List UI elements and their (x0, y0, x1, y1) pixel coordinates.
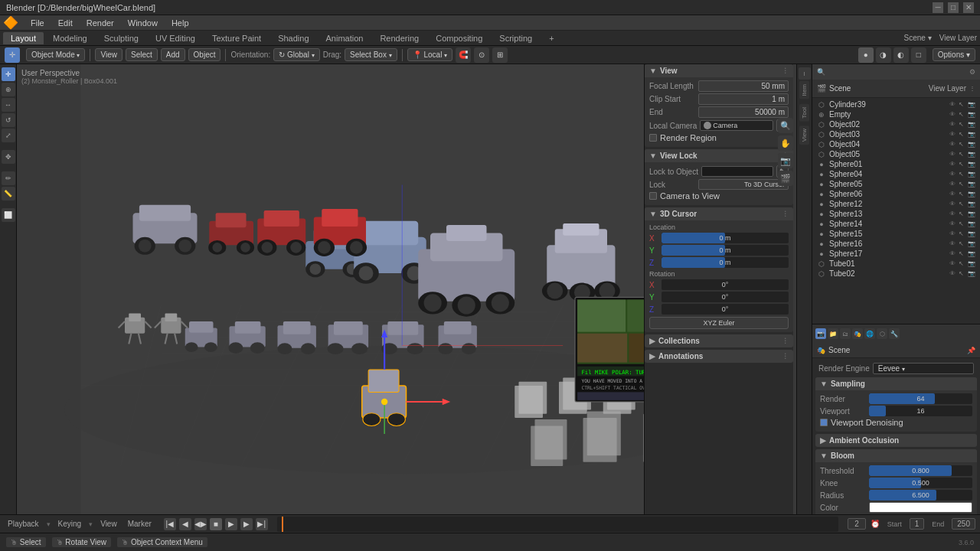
outliner-item[interactable]: ⬡ Tube02 👁 ↖ 📷 (814, 269, 978, 279)
render-engine-dropdown[interactable]: Eevee ▾ (873, 363, 974, 374)
mirror-icon[interactable]: ⊞ (492, 47, 508, 63)
vis-eye-icon[interactable]: 👁 (949, 201, 957, 208)
keying-menu[interactable]: Keying (55, 518, 85, 530)
vis-eye-icon[interactable]: 👁 (949, 151, 957, 158)
vis-select-icon[interactable]: ↖ (959, 230, 966, 238)
vis-eye-icon[interactable]: 👁 (949, 171, 957, 178)
collections-options[interactable]: ⋮ (782, 337, 789, 345)
tab-layout[interactable]: Layout (3, 32, 44, 44)
camera-tool[interactable]: 📷 (778, 153, 793, 168)
vis-select-icon[interactable]: ↖ (959, 121, 966, 129)
tool-measure[interactable]: 📏 (2, 187, 15, 201)
object-props-icon[interactable]: ⬡ (877, 328, 887, 339)
annotations-options[interactable]: ⋮ (782, 353, 789, 360)
zoom-tool[interactable]: 🔍 (778, 118, 793, 133)
vis-render-icon[interactable]: 📷 (968, 240, 975, 248)
vis-render-icon[interactable]: 📷 (968, 181, 975, 188)
vis-select-icon[interactable]: ↖ (959, 260, 966, 268)
vis-eye-icon[interactable]: 👁 (949, 181, 957, 188)
view-options-icon[interactable]: ⋮ (782, 67, 789, 75)
playback-menu[interactable]: Playback (5, 518, 42, 530)
jump-start-btn[interactable]: |◀ (164, 518, 176, 530)
vis-eye-icon[interactable]: 👁 (949, 131, 957, 139)
outliner-item[interactable]: ● Sphere05 👁 ↖ 📷 (814, 179, 978, 189)
vis-select-icon[interactable]: ↖ (959, 141, 966, 148)
minimize-button[interactable]: ─ (933, 2, 943, 13)
shading-render[interactable]: ◐ (893, 47, 909, 63)
radius-field[interactable]: 6.500 (869, 490, 972, 500)
vis-render-icon[interactable]: 📷 (968, 171, 975, 178)
object-menu[interactable]: Object (188, 48, 221, 61)
cursor-z-field[interactable]: 0 m (662, 257, 789, 268)
vis-select-icon[interactable]: ↖ (959, 181, 966, 188)
close-button[interactable]: ✕ (963, 2, 974, 13)
outliner-item[interactable]: ⊕ Empty 👁 ↖ 📷 (814, 109, 978, 119)
outliner-item[interactable]: ⬡ Cylinder39 👁 ↖ 📷 (814, 99, 978, 109)
modifier-props-icon[interactable]: 🔧 (889, 328, 900, 339)
view-lock-header[interactable]: ▼ View Lock ⋮ (645, 149, 793, 162)
step-fwd-btn[interactable]: ▶ (240, 518, 253, 530)
render-props-icon[interactable]: 📷 (815, 328, 826, 339)
add-menu[interactable]: Add (161, 48, 185, 61)
outliner-item[interactable]: ● Sphere01 👁 ↖ 📷 (814, 159, 978, 169)
vis-select-icon[interactable]: ↖ (959, 270, 966, 278)
vis-render-icon[interactable]: 📷 (968, 161, 975, 168)
vis-select-icon[interactable]: ↖ (959, 171, 966, 178)
outliner-item[interactable]: ⬡ Object02 👁 ↖ 📷 (814, 119, 978, 129)
tab-rendering[interactable]: Rendering (372, 32, 426, 44)
vis-render-icon[interactable]: 📷 (968, 101, 975, 109)
shading-solid[interactable]: ● (858, 47, 874, 63)
vis-select-icon[interactable]: ↖ (959, 210, 966, 218)
viewport-denoising-cb[interactable] (820, 419, 828, 426)
camera-to-view-cb[interactable] (649, 192, 657, 200)
marker-menu[interactable]: Marker (125, 518, 155, 530)
vis-select-icon[interactable]: ↖ (959, 111, 966, 119)
menu-file[interactable]: File (24, 17, 51, 29)
vis-eye-icon[interactable]: 👁 (949, 121, 957, 129)
tool-tab[interactable]: Tool (799, 104, 809, 122)
output-props-icon[interactable]: 📁 (828, 328, 838, 339)
tab-compositing[interactable]: Compositing (428, 32, 490, 44)
outliner-item[interactable]: ● Sphere14 👁 ↖ 📷 (814, 219, 978, 229)
vis-eye-icon[interactable]: 👁 (949, 111, 957, 119)
tab-animation[interactable]: Animation (318, 32, 371, 44)
tool-annotate[interactable]: ✏ (2, 171, 15, 185)
tool-cursor[interactable]: ✛ (5, 47, 20, 63)
vis-render-icon[interactable]: 📷 (968, 111, 975, 119)
tool-cursor-icon[interactable]: ⊕ (2, 83, 15, 96)
knee-field[interactable]: 0.500 (869, 478, 972, 488)
vis-eye-icon[interactable]: 👁 (949, 141, 957, 148)
render-region-cb[interactable] (649, 134, 657, 142)
vis-select-icon[interactable]: ↖ (959, 220, 966, 228)
outliner-filter-btn[interactable]: ⚙ (969, 68, 975, 76)
vis-render-icon[interactable]: 📷 (968, 250, 975, 258)
view-layer-label[interactable]: View Layer (939, 34, 977, 42)
vis-eye-icon[interactable]: 👁 (949, 191, 957, 198)
vis-select-icon[interactable]: ↖ (959, 101, 966, 109)
tool-move[interactable]: ↔ (2, 98, 15, 112)
outliner-item[interactable]: ● Sphere17 👁 ↖ 📷 (814, 249, 978, 259)
outliner-item[interactable]: ● Sphere12 👁 ↖ 📷 (814, 199, 978, 209)
scene-dropdown[interactable]: Scene ▾ (904, 34, 932, 42)
outliner-item[interactable]: ● Sphere16 👁 ↖ 📷 (814, 239, 978, 249)
shading-material[interactable]: ◑ (876, 47, 891, 63)
cursor-y-field[interactable]: 0 m (662, 245, 789, 256)
drag-dropdown[interactable]: Select Box ▾ (345, 48, 397, 61)
snap-icon[interactable]: 🧲 (456, 47, 471, 63)
sampling-header[interactable]: ▼ Sampling (815, 377, 977, 390)
outliner-item[interactable]: ● Sphere06 👁 ↖ 📷 (814, 189, 978, 199)
vis-select-icon[interactable]: ↖ (959, 191, 966, 198)
proportional-icon[interactable]: ⊙ (474, 47, 489, 63)
select-menu[interactable]: Select (126, 48, 158, 61)
shading-wireframe[interactable]: □ (911, 47, 926, 63)
menu-window[interactable]: Window (122, 17, 164, 29)
step-back-btn[interactable]: ◀ (179, 518, 191, 530)
threshold-field[interactable]: 0.800 (869, 465, 972, 476)
outliner-search[interactable]: ​ (831, 68, 966, 77)
outliner-item[interactable]: ⬡ Object03 👁 ↖ 📷 (814, 129, 978, 139)
view-layer-props-icon[interactable]: 🗂 (840, 328, 851, 339)
local-camera-field[interactable]: Camera (700, 120, 773, 131)
render-samples-field[interactable]: 64 (869, 393, 972, 404)
current-frame[interactable]: 2 (848, 518, 866, 530)
outliner-item[interactable]: ● Sphere15 👁 ↖ 📷 (814, 229, 978, 239)
